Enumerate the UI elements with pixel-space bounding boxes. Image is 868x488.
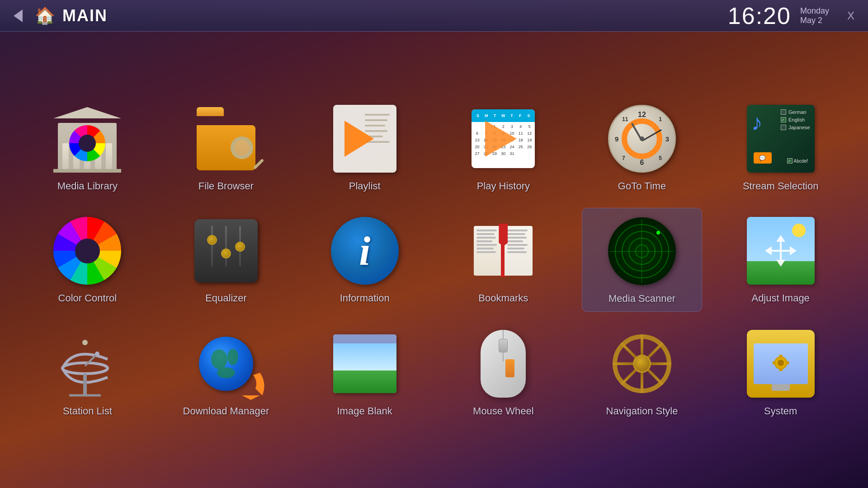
download-arrow-icon <box>235 371 264 400</box>
eq-track-3 <box>239 226 241 276</box>
app-playlist[interactable]: Playlist <box>304 96 425 199</box>
playlist-icon-wrap <box>329 103 401 175</box>
music-note-icon: ♪ <box>751 109 763 136</box>
svg-marker-0 <box>485 121 517 157</box>
svg-marker-4 <box>790 246 797 255</box>
arrows-overlay <box>747 217 815 285</box>
main-content: Media Library File Browser <box>0 32 868 488</box>
equalizer-icon-wrap <box>190 215 262 287</box>
app-play-history[interactable]: S M T W T F S 1 2 <box>443 96 564 199</box>
app-download-manager[interactable]: Download Manager <box>166 321 287 424</box>
playlist-icon <box>333 105 396 173</box>
app-image-blank[interactable]: Image Blank <box>304 321 425 424</box>
clock-9: 9 <box>615 135 618 143</box>
station-list-icon-wrap <box>51 328 123 400</box>
svg-point-7 <box>62 363 108 374</box>
play-history-label: Play History <box>477 180 530 192</box>
glass-handle <box>253 159 264 169</box>
japanese-label: Japanese <box>788 125 810 130</box>
station-list-label: Station List <box>63 405 112 417</box>
resize-arrows-icon <box>763 233 799 269</box>
app-stream-selection[interactable]: ♪ German ✓ English Japanese <box>720 96 841 199</box>
app-grid: Media Library File Browser <box>27 96 841 424</box>
download-manager-label: Download Manager <box>183 405 269 417</box>
wheel-hub <box>633 355 651 373</box>
language-flags: German ✓ English Japanese <box>781 109 810 130</box>
eq-track-1 <box>211 226 213 276</box>
eq-knob-3 <box>235 242 245 252</box>
mouse-body <box>481 330 526 398</box>
app-color-control[interactable]: Color Control <box>27 208 148 312</box>
play-history-icon: S M T W T F S 1 2 <box>469 105 537 173</box>
chat-bubble-icon: 💬 <box>754 152 772 164</box>
app-station-list[interactable]: Station List <box>27 321 148 424</box>
stream-selection-icon-wrap: ♪ German ✓ English Japanese <box>745 103 817 175</box>
download-manager-icon <box>192 330 260 398</box>
german-label: German <box>788 109 807 115</box>
app-goto-time[interactable]: 12 3 6 9 1 11 5 7 GoTo Time <box>582 96 703 199</box>
close-button[interactable]: X <box>843 8 859 24</box>
svg-marker-17 <box>242 395 260 400</box>
download-manager-icon-wrap <box>190 328 262 400</box>
app-system[interactable]: System <box>720 321 841 424</box>
stream-selection-icon: ♪ German ✓ English Japanese <box>747 105 815 173</box>
system-label: System <box>764 405 797 417</box>
home-icon-wrap[interactable]: 🏠 <box>34 5 56 27</box>
navigation-style-icon-wrap <box>606 328 678 400</box>
day-name: Monday <box>800 6 829 16</box>
image-blank-label: Image Blank <box>337 405 392 417</box>
english-row: ✓ English <box>781 117 810 122</box>
app-media-library[interactable]: Media Library <box>27 96 148 199</box>
clock-1: 1 <box>659 116 662 122</box>
goto-time-label: GoTo Time <box>618 180 666 192</box>
information-icon-wrap: i <box>329 215 401 287</box>
eq-line-2 <box>225 226 227 267</box>
media-scanner-icon-wrap <box>606 215 678 287</box>
clock-7: 7 <box>622 155 625 161</box>
playlist-label: Playlist <box>349 180 381 192</box>
app-equalizer[interactable]: Equalizer <box>166 208 287 312</box>
app-bookmarks[interactable]: Bookmarks <box>443 208 564 312</box>
bookmarks-icon-wrap <box>467 215 539 287</box>
bookmarks-label: Bookmarks <box>478 292 528 304</box>
app-navigation-style[interactable]: Navigation Style <box>582 321 703 424</box>
header: 🏠 MAIN 16:20 Monday May 2 X <box>0 0 868 32</box>
german-row: German <box>781 109 810 115</box>
glass-circle <box>231 136 253 159</box>
app-adjust-image[interactable]: Adjust Image <box>720 208 841 312</box>
monitor-screen <box>754 343 808 384</box>
svg-point-16 <box>217 367 235 378</box>
sky-area <box>333 343 396 371</box>
adjust-image-icon-wrap <box>745 215 817 287</box>
app-mouse-wheel[interactable]: Mouse Wheel <box>443 321 564 424</box>
app-information[interactable]: i Information <box>304 208 425 312</box>
magnify-icon <box>231 136 262 168</box>
german-checkbox <box>781 109 786 115</box>
home-icon: 🏠 <box>35 6 55 25</box>
book <box>474 224 533 278</box>
app-file-browser[interactable]: File Browser <box>166 96 287 199</box>
mouse-wheel-icon <box>476 330 530 398</box>
navigation-style-icon <box>608 330 676 398</box>
back-button[interactable] <box>9 7 27 25</box>
clock-center <box>640 136 644 141</box>
information-icon: i <box>331 217 399 285</box>
english-checkbox: ✓ <box>781 117 786 122</box>
media-library-icon-wrap <box>51 103 123 175</box>
goto-time-icon-wrap: 12 3 6 9 1 11 5 7 <box>606 103 678 175</box>
color-control-icon-wrap <box>51 215 123 287</box>
play-arrow <box>344 121 374 157</box>
date-string: May 2 <box>800 16 822 25</box>
clock-3: 3 <box>665 135 669 143</box>
right-page <box>505 226 533 276</box>
top-bar <box>333 334 396 343</box>
gear-svg <box>767 349 794 376</box>
app-media-scanner[interactable]: Media Scanner <box>582 208 703 312</box>
date-info: Monday May 2 <box>800 6 829 25</box>
media-library-icon <box>53 105 121 173</box>
image-blank-icon <box>333 334 396 393</box>
svg-point-12 <box>95 352 99 356</box>
crosshair-v <box>642 220 642 283</box>
play-history-icon-wrap: S M T W T F S 1 2 <box>467 103 539 175</box>
system-icon <box>747 330 815 398</box>
